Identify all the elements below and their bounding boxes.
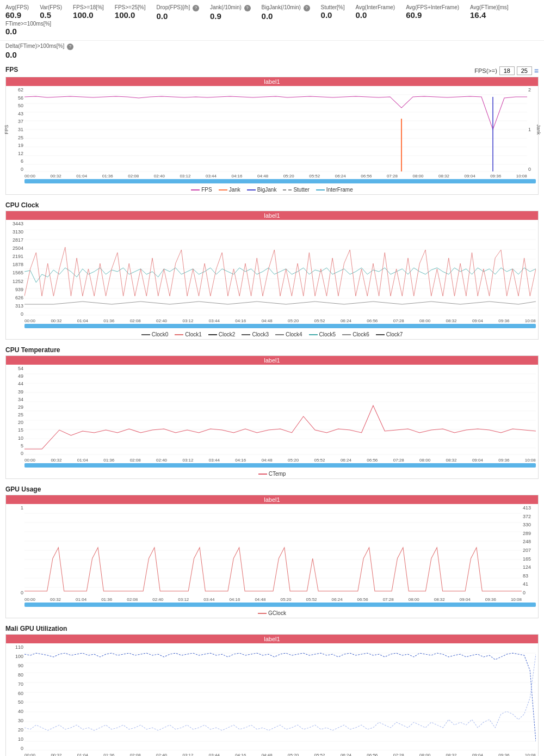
stat-avg-interframe: Avg(InterFrame) 0.0 bbox=[356, 4, 395, 21]
stat-stutter: Stutter[%] 0.0 bbox=[321, 4, 345, 21]
gpu-usage-xaxis: 00:0000:3201:0401:3602:0802:4003:1203:44… bbox=[24, 597, 522, 603]
mali-gpu-section: Mali GPU Utilization label1 110 100 90 8… bbox=[0, 623, 544, 756]
stat-ftime100: FTime>=100ms[%] 0.0 bbox=[5, 21, 51, 36]
cpu-temp-scrollbar[interactable] bbox=[24, 463, 536, 468]
help-icon-jank[interactable]: ? bbox=[244, 5, 251, 11]
stat-fps25: FPS>=25[%] 100.0 bbox=[115, 4, 146, 21]
gpu-usage-section: GPU Usage label1 1 0 bbox=[0, 483, 544, 622]
cpu-temp-title: CPU Temperature bbox=[5, 346, 539, 354]
fps-title: FPS bbox=[5, 66, 18, 73]
fps-input-25[interactable] bbox=[517, 66, 532, 75]
cpu-temp-chart: label1 54 49 44 39 34 29 25 20 15 10 5 0 bbox=[5, 355, 539, 479]
help-icon-delta[interactable]: ? bbox=[67, 44, 73, 50]
stats-row: Avg(FPS) 60.9 Var(FPS) 0.5 FPS>=18[%] 10… bbox=[5, 4, 539, 36]
mali-gpu-label: label1 bbox=[6, 635, 538, 643]
fps-scrollbar[interactable] bbox=[24, 179, 536, 183]
stats-header: Avg(FPS) 60.9 Var(FPS) 0.5 FPS>=18[%] 10… bbox=[0, 0, 544, 41]
gpu-usage-label: label1 bbox=[6, 495, 538, 504]
fps-input-18[interactable] bbox=[499, 66, 515, 75]
gpu-usage-chart: label1 1 0 bbox=[5, 495, 539, 618]
gpu-usage-title: GPU Usage bbox=[5, 485, 539, 493]
cpu-clock-svg bbox=[24, 220, 536, 318]
mali-svg bbox=[24, 643, 536, 752]
fps-chart-label: label1 bbox=[6, 77, 538, 86]
cpu-clock-label: label1 bbox=[6, 211, 538, 220]
cpu-clock-legend: Clock0 Clock1 Clock2 Clock3 Clock4 Clock… bbox=[6, 330, 538, 339]
cpu-clock-scrollbar[interactable] bbox=[24, 324, 536, 328]
stat-avg-ftime: Avg(FTime)[ms] 16.4 bbox=[470, 4, 509, 21]
cpu-temp-xaxis: 00:0000:3201:0401:3602:0802:4003:1203:44… bbox=[24, 457, 536, 463]
stat-var-fps: Var(FPS) 0.5 bbox=[40, 4, 62, 21]
cpu-temp-legend: CTemp bbox=[6, 469, 538, 478]
cpu-clock-xaxis: 00:0000:3201:0401:3602:0802:4003:1203:44… bbox=[24, 318, 536, 324]
stat-avg-fps: Avg(FPS) 60.9 bbox=[5, 4, 29, 21]
stat-jank: Jank(/10min) ? 0.9 bbox=[210, 4, 251, 21]
cpu-clock-section: CPU Clock label1 3443 3130 2817 2504 219… bbox=[0, 199, 544, 343]
gpu-usage-scrollbar[interactable] bbox=[24, 603, 536, 607]
help-icon-bigjank[interactable]: ? bbox=[304, 5, 310, 11]
stat-fps18: FPS>=18[%] 100.0 bbox=[73, 4, 104, 21]
cpu-clock-title: CPU Clock bbox=[5, 201, 539, 209]
fps-chart: label1 62 56 50 43 37 31 25 19 12 6 0 FP… bbox=[5, 77, 539, 195]
fps-svg bbox=[24, 86, 527, 173]
stat-avg-fps-interframe: Avg(FPS+InterFrame) 60.9 bbox=[406, 4, 459, 21]
settings-icon[interactable]: ≡ bbox=[534, 66, 539, 75]
stat-drop-fps: Drop(FPS)[/h] ? 0.0 bbox=[157, 4, 199, 21]
cpu-clock-chart: label1 3443 3130 2817 2504 2191 1878 156… bbox=[5, 211, 539, 340]
cpu-temp-label: label1 bbox=[6, 356, 538, 365]
fps-header-row: FPS FPS(>=) ≡ bbox=[5, 66, 539, 75]
mali-gpu-chart: label1 110 100 90 80 70 60 50 40 30 20 1… bbox=[5, 634, 539, 756]
fps-section: FPS FPS(>=) ≡ label1 62 56 50 43 37 31 2… bbox=[0, 64, 544, 198]
fps-xaxis: 00:0000:3201:0401:3602:0802:4003:1203:44… bbox=[24, 173, 527, 179]
fps-controls: FPS(>=) ≡ bbox=[474, 66, 539, 75]
delta-value: 0.0 bbox=[5, 50, 539, 59]
delta-section: Delta(FTime)>100ms[%] ? 0.0 bbox=[0, 41, 544, 64]
mali-gpu-title: Mali GPU Utilization bbox=[5, 625, 539, 632]
fps-legend: FPS Jank BigJank Stutter InterFrame bbox=[6, 185, 538, 194]
stat-bigjank: BigJank(/10min) ? 0.0 bbox=[262, 4, 310, 21]
gpu-usage-legend: GClock bbox=[6, 609, 538, 618]
cpu-temp-section: CPU Temperature label1 54 49 44 39 34 29… bbox=[0, 344, 544, 482]
mali-xaxis: 00:0000:3201:0401:3602:0802:4003:1203:44… bbox=[24, 752, 536, 756]
cpu-temp-svg bbox=[24, 365, 536, 457]
gpu-usage-svg bbox=[24, 504, 522, 597]
help-icon-drop[interactable]: ? bbox=[193, 5, 199, 11]
